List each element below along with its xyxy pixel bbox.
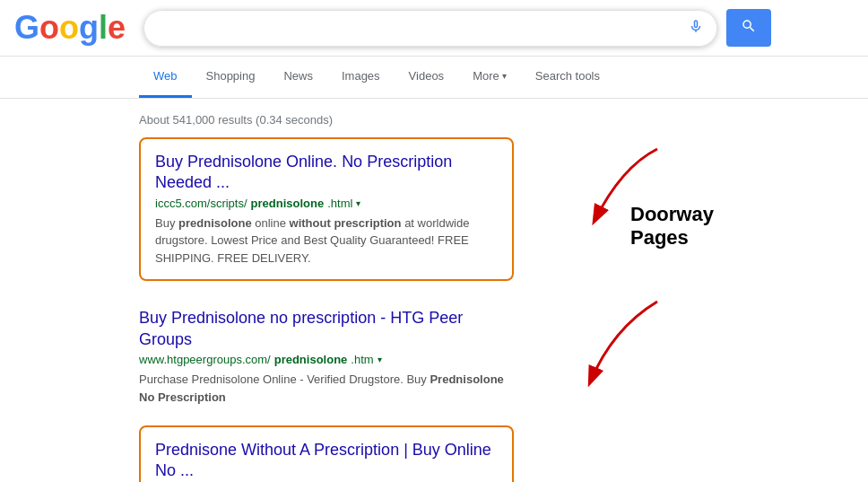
snippet-bold-1a: prednisolone xyxy=(178,216,252,230)
logo-o2: o xyxy=(59,9,79,47)
snippet-text-1a: Buy xyxy=(155,216,178,230)
tab-shopping[interactable]: Shopping xyxy=(192,57,270,98)
chevron-down-icon: ▾ xyxy=(502,71,507,81)
result-snippet-2: Purchase Prednisolone Online - Verified … xyxy=(139,371,514,406)
snippet-bold-1b: without prescription xyxy=(290,216,402,230)
snippet-text-2a: Purchase Prednisolone Online - Verified … xyxy=(139,372,430,386)
search-input[interactable]: prednisolone without prescription xyxy=(157,20,681,36)
result-url-suffix-2: .htm xyxy=(351,353,373,366)
result-title-1[interactable]: Buy Prednisolone Online. No Prescription… xyxy=(155,153,452,191)
tab-web[interactable]: Web xyxy=(139,57,192,98)
result-snippet-1: Buy prednisolone online without prescrip… xyxy=(155,215,498,267)
tab-search-tools[interactable]: Search tools xyxy=(521,57,614,98)
search-button-icon xyxy=(741,22,757,37)
tab-more[interactable]: More ▾ xyxy=(458,57,521,98)
microphone-icon[interactable] xyxy=(688,18,704,39)
result-url-bold-1: prednisolone xyxy=(251,197,325,210)
doorway-pages-annotation: DoorwayPages xyxy=(550,122,729,482)
result-item-1: Buy Prednisolone Online. No Prescription… xyxy=(139,137,514,281)
nav-tabs: Web Shopping News Images Videos More ▾ S… xyxy=(0,57,868,99)
annotation-arrows-svg xyxy=(550,122,729,427)
result-url-prefix-2: www.htgpeergroups.com/ xyxy=(139,353,271,366)
url-dropdown-icon-1[interactable]: ▾ xyxy=(356,198,360,208)
search-bar: prednisolone without prescription xyxy=(143,10,717,47)
result-title-2[interactable]: Buy Prednisolone no prescription - HTG P… xyxy=(139,309,463,347)
results-main: About 541,000 results (0.34 seconds) Buy… xyxy=(139,113,514,482)
snippet-text-1b: online xyxy=(252,216,290,230)
google-logo: Google xyxy=(14,9,126,47)
tab-more-label: More xyxy=(473,69,499,83)
result-title-3[interactable]: Prednisone Without A Prescription | Buy … xyxy=(155,441,491,479)
logo-l: l xyxy=(99,9,108,47)
results-count: About 541,000 results (0.34 seconds) xyxy=(139,113,514,127)
result-url-suffix-1: .html xyxy=(327,197,352,210)
result-url-1: iccc5.com/scripts/prednisolone.html ▾ xyxy=(155,197,498,210)
tab-videos[interactable]: Videos xyxy=(395,57,459,98)
logo-e: e xyxy=(108,9,126,47)
header: Google prednisolone without prescription xyxy=(0,0,868,57)
search-button[interactable] xyxy=(726,9,771,47)
logo-g: G xyxy=(14,9,39,47)
result-item-3: Prednisone Without A Prescription | Buy … xyxy=(139,425,514,482)
result-url-prefix-1: iccc5.com/scripts/ xyxy=(155,197,247,210)
url-dropdown-icon-2[interactable]: ▾ xyxy=(378,355,382,364)
tab-news[interactable]: News xyxy=(269,57,327,98)
result-url-2: www.htgpeergroups.com/prednisolone.htm ▾ xyxy=(139,353,514,366)
doorway-pages-label: DoorwayPages xyxy=(630,203,714,250)
logo-g2: g xyxy=(79,9,99,47)
results-area: About 541,000 results (0.34 seconds) Buy… xyxy=(0,99,868,482)
logo-o1: o xyxy=(39,9,59,47)
result-item-2: Buy Prednisolone no prescription - HTG P… xyxy=(139,295,514,418)
result-url-bold-2: prednisolone xyxy=(274,353,348,366)
tab-images[interactable]: Images xyxy=(327,57,395,98)
